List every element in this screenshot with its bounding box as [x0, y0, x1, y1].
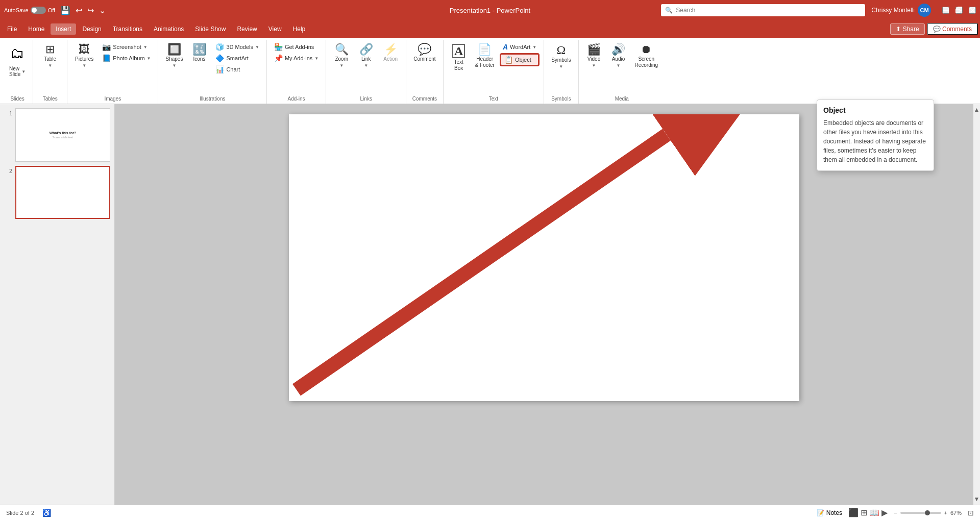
- tables-group-items: ⊞ Table ▼: [37, 40, 63, 95]
- redo-button[interactable]: ↪: [86, 5, 95, 16]
- search-input[interactable]: [676, 7, 861, 14]
- new-slide-top[interactable]: 🗂: [7, 42, 28, 65]
- app-title-text: Presentation1 - PowerPoint: [450, 7, 530, 14]
- customize-button[interactable]: ⌄: [98, 5, 107, 16]
- undo-button[interactable]: ↩: [75, 5, 83, 16]
- comment-button[interactable]: 💬 Comment: [410, 42, 438, 64]
- zoom-in-icon[interactable]: +: [944, 510, 947, 516]
- close-button[interactable]: ✕: [969, 7, 976, 14]
- textbox-icon: A: [452, 44, 465, 58]
- menu-insert[interactable]: Insert: [51, 23, 76, 35]
- menu-view[interactable]: View: [263, 23, 287, 35]
- photo-album-icon: 📘: [102, 54, 111, 62]
- autosave-toggle[interactable]: AutoSave Off: [4, 7, 55, 14]
- action-button[interactable]: ⚡ Action: [379, 42, 402, 64]
- wordat-icon: A: [503, 43, 508, 51]
- photo-album-button[interactable]: 📘 Photo Album ▼: [99, 53, 154, 63]
- symbols-button[interactable]: Ω Symbols ▼: [548, 42, 574, 71]
- screenshot-icon: 📷: [102, 43, 111, 51]
- wordat-label: WordArt: [510, 44, 530, 50]
- object-button[interactable]: 📋 Object: [500, 53, 540, 66]
- save-button[interactable]: 💾: [59, 5, 71, 16]
- window-controls: ─ 🗗 ✕: [942, 7, 976, 14]
- get-addins-button[interactable]: 🏪 Get Add-ins: [271, 42, 322, 52]
- link-button[interactable]: 🔗 Link ▼: [355, 42, 377, 70]
- app-title: Presentation1 - PowerPoint: [450, 7, 530, 14]
- user-avatar[interactable]: CM: [918, 4, 931, 17]
- my-addins-label: My Add-ins: [285, 55, 312, 61]
- fit-to-window-button[interactable]: ⊡: [968, 509, 974, 517]
- slide-sorter-button[interactable]: ⊞: [861, 508, 867, 517]
- table-button[interactable]: ⊞ Table ▼: [37, 42, 63, 70]
- menu-file[interactable]: File: [2, 23, 22, 35]
- scroll-down-arrow[interactable]: ▼: [974, 493, 980, 505]
- menu-home[interactable]: Home: [23, 23, 50, 35]
- slide-1-title: What's this for?: [50, 131, 77, 135]
- share-button[interactable]: ⬆ Share: [890, 23, 924, 35]
- menu-review[interactable]: Review: [232, 23, 262, 35]
- comment-icon: 💬: [418, 44, 431, 55]
- status-bar-right: 📝 Notes ⬛ ⊞ 📖 ▶ − + 67% ⊡: [817, 508, 974, 517]
- screen-recording-button[interactable]: ⏺ ScreenRecording: [632, 42, 662, 70]
- 3d-models-button[interactable]: 🧊 3D Models ▼: [212, 42, 262, 52]
- menu-slideshow[interactable]: Slide Show: [190, 23, 231, 35]
- video-dropdown-arrow: ▼: [592, 63, 596, 68]
- minimize-button[interactable]: ─: [942, 7, 949, 14]
- zoom-out-icon[interactable]: −: [894, 510, 897, 516]
- comments-button[interactable]: 💬 Comments: [927, 23, 978, 35]
- shapes-button[interactable]: 🔲 Shapes ▼: [162, 42, 186, 70]
- links-group-label: Links: [360, 95, 372, 104]
- menu-design[interactable]: Design: [77, 23, 106, 35]
- chart-button[interactable]: 📊 Chart: [212, 64, 262, 75]
- normal-view-button[interactable]: ⬛: [848, 508, 859, 517]
- slide-1-thumbnail[interactable]: What's this for? Some slide text: [15, 108, 110, 162]
- new-slide-button[interactable]: 🗂 NewSlide ▼: [6, 42, 29, 78]
- screenshot-button[interactable]: 📷 Screenshot ▼: [99, 42, 154, 52]
- menu-animations[interactable]: Animations: [149, 23, 189, 35]
- main-layout: 1 What's this for? Some slide text 2: [0, 104, 980, 505]
- icons-button[interactable]: 🔣 Icons: [188, 42, 210, 64]
- autosave-switch[interactable]: [31, 7, 46, 14]
- text-group-items: A TextBox 📄 Header& Footer A WordArt ▼ 📋: [448, 40, 540, 95]
- object-tooltip: Object Embedded objects are documents or…: [817, 100, 934, 171]
- slideshow-button[interactable]: ▶: [881, 508, 888, 517]
- my-addins-button[interactable]: 📌 My Add-ins ▼: [271, 53, 322, 63]
- icons-icon: 🔣: [192, 44, 206, 55]
- textbox-button[interactable]: A TextBox: [448, 42, 470, 73]
- link-label: Link: [361, 56, 371, 62]
- menu-help[interactable]: Help: [288, 23, 311, 35]
- slide-info: Slide 2 of 2: [6, 510, 34, 516]
- images-group-items: 🖼 Pictures ▼ 📷 Screenshot ▼ 📘 Photo Albu…: [71, 40, 154, 95]
- slide-2-thumbnail[interactable]: [15, 166, 110, 219]
- search-box[interactable]: 🔍: [661, 4, 865, 16]
- ribbon-group-slides: 🗂 NewSlide ▼ Slides: [2, 40, 33, 104]
- video-label: Video: [587, 56, 600, 62]
- my-addins-icon: 📌: [274, 54, 283, 62]
- audio-button[interactable]: 🔊 Audio ▼: [607, 42, 630, 70]
- zoom-slider[interactable]: [900, 512, 941, 514]
- wordat-button[interactable]: A WordArt ▼: [500, 42, 540, 52]
- table-label: Table: [44, 56, 56, 62]
- notes-button[interactable]: 📝 Notes: [817, 509, 842, 516]
- zoom-button[interactable]: 🔍 Zoom ▼: [330, 42, 353, 70]
- menu-transitions[interactable]: Transitions: [108, 23, 148, 35]
- new-slide-label[interactable]: NewSlide ▼: [6, 65, 29, 78]
- restore-button[interactable]: 🗗: [955, 7, 963, 14]
- scroll-up-arrow[interactable]: ▲: [974, 104, 980, 115]
- audio-dropdown-arrow: ▼: [617, 63, 621, 68]
- addins-group-label: Add-ins: [288, 95, 305, 104]
- tooltip-body: Embedded objects are documents or other …: [823, 118, 927, 164]
- smartart-button[interactable]: 🔷 SmartArt: [212, 53, 262, 63]
- textbox-label: TextBox: [454, 59, 463, 71]
- right-scrollbar[interactable]: ▲ ▼: [973, 104, 980, 505]
- reading-view-button[interactable]: 📖: [869, 508, 879, 517]
- ribbon-group-text: A TextBox 📄 Header& Footer A WordArt ▼ 📋: [444, 40, 545, 104]
- link-icon: 🔗: [359, 44, 373, 55]
- pictures-button[interactable]: 🖼 Pictures ▼: [71, 42, 97, 70]
- header-footer-button[interactable]: 📄 Header& Footer: [472, 42, 498, 70]
- ribbon-group-images: 🖼 Pictures ▼ 📷 Screenshot ▼ 📘 Photo Albu…: [67, 40, 158, 104]
- ribbon-group-addins: 🏪 Get Add-ins 📌 My Add-ins ▼ Add-ins: [267, 40, 326, 104]
- zoom-control: − + 67%: [894, 510, 962, 516]
- ribbon-group-illustrations: 🔲 Shapes ▼ 🔣 Icons 🧊 3D Models ▼ 🔷: [158, 40, 266, 104]
- video-button[interactable]: 🎬 Video ▼: [583, 42, 605, 70]
